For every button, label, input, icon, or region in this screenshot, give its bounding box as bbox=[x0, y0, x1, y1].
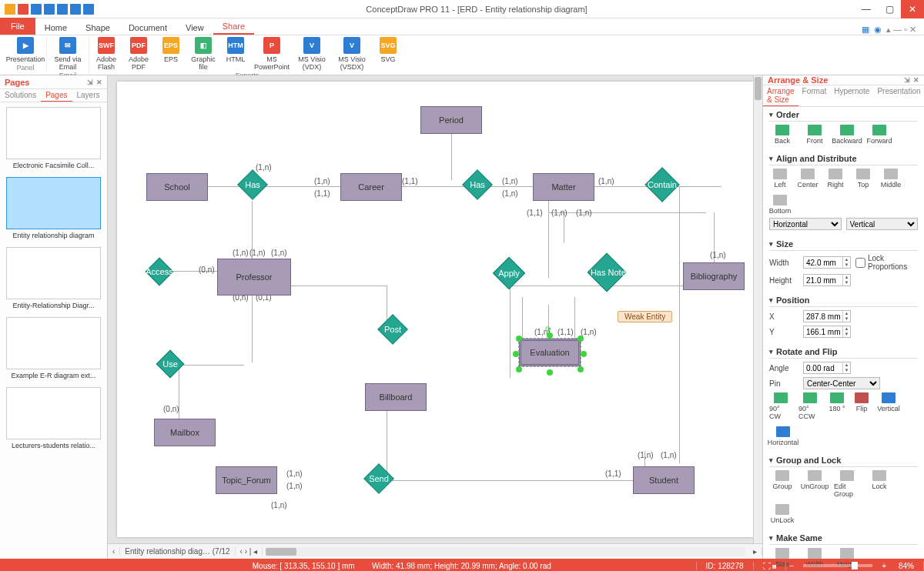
maximize-button[interactable]: ▢ bbox=[878, 0, 901, 18]
flip-vertical-button[interactable]: Vertical bbox=[877, 392, 900, 420]
pin-select[interactable]: Center-Center bbox=[803, 377, 880, 389]
resize-handle[interactable] bbox=[581, 351, 587, 357]
thumb-example-er[interactable]: Example E-R diagram ext... bbox=[6, 317, 101, 379]
resize-handle[interactable] bbox=[516, 366, 522, 372]
resize-handle[interactable] bbox=[516, 336, 522, 342]
align-center-button[interactable]: Center bbox=[797, 169, 819, 189]
tab-view[interactable]: View bbox=[176, 21, 213, 35]
status-icons[interactable]: ⛶ ▦ bbox=[754, 562, 787, 570]
entity-topic[interactable]: Topic_Forum bbox=[216, 466, 277, 494]
minimize-button[interactable]: — bbox=[855, 0, 878, 18]
resize-handle[interactable] bbox=[547, 332, 553, 339]
canvas-tab-label[interactable]: Entity relationship diag… (7/12 bbox=[120, 547, 235, 556]
entity-school[interactable]: School bbox=[146, 173, 208, 201]
entity-career[interactable]: Career bbox=[340, 173, 402, 201]
export-graphic-button[interactable]: ◧Graphic file bbox=[189, 37, 217, 71]
scroll-right-icon[interactable]: ▸ bbox=[748, 547, 762, 556]
rtab-presentation[interactable]: Presentation bbox=[873, 85, 924, 106]
export-svg-button[interactable]: SVGSVG bbox=[374, 37, 402, 71]
order-front-button[interactable]: Front bbox=[802, 125, 828, 145]
export-eps-button[interactable]: EPSEPS bbox=[157, 37, 185, 71]
thumb-lecturers-students[interactable]: Lecturers-students relatio... bbox=[6, 387, 101, 449]
export-vsdx-button[interactable]: VMS Visio (VSDX) bbox=[334, 37, 370, 71]
lock-proportions-checkbox[interactable]: Lock Proportions bbox=[855, 254, 885, 271]
align-left-button[interactable]: Left bbox=[769, 169, 791, 189]
group-button[interactable]: Group bbox=[769, 470, 795, 498]
edit-group-button[interactable]: Edit Group bbox=[834, 470, 860, 498]
export-pdf-button[interactable]: PDFAdobe PDF bbox=[125, 37, 152, 71]
resize-handle[interactable] bbox=[547, 369, 553, 376]
order-backward-button[interactable]: Backward bbox=[834, 125, 860, 145]
close-button[interactable]: ✕ bbox=[901, 0, 924, 18]
width-input[interactable]: ▲▼ bbox=[803, 256, 851, 269]
pages-tab[interactable]: Pages bbox=[41, 89, 72, 102]
new-icon[interactable] bbox=[18, 4, 28, 15]
entity-period[interactable]: Period bbox=[420, 106, 482, 134]
redo-icon[interactable] bbox=[57, 4, 68, 15]
entity-matter[interactable]: Matter bbox=[533, 173, 594, 201]
undo-icon[interactable] bbox=[44, 4, 55, 15]
open-icon[interactable] bbox=[31, 4, 42, 15]
tab-nav[interactable]: ‹ › | ◂ bbox=[236, 547, 263, 556]
presentation-button[interactable]: ▶ Presentation bbox=[8, 37, 43, 63]
help-icon[interactable]: ◉ bbox=[874, 25, 882, 35]
resize-handle[interactable] bbox=[513, 351, 519, 357]
entity-billboard[interactable]: Billboard bbox=[365, 383, 427, 411]
lock-button[interactable]: Lock bbox=[866, 470, 892, 498]
unlock-button[interactable]: UnLock bbox=[769, 504, 795, 524]
file-tab[interactable]: File bbox=[0, 18, 35, 35]
ungroup-button[interactable]: UnGroup bbox=[802, 470, 828, 498]
layers-tab[interactable]: Layers bbox=[72, 89, 105, 102]
close-panel-icon[interactable]: ✕ bbox=[96, 78, 102, 86]
resize-handle[interactable] bbox=[578, 336, 584, 342]
entity-professor[interactable]: Professor bbox=[217, 259, 291, 296]
resize-handle[interactable] bbox=[578, 366, 584, 372]
rtab-hypernote[interactable]: Hypernote bbox=[830, 85, 873, 106]
align-bottom-button[interactable]: Bottom bbox=[769, 195, 791, 215]
solutions-tab[interactable]: Solutions bbox=[0, 89, 41, 102]
flip-button[interactable]: Flip bbox=[852, 392, 871, 420]
angle-input[interactable]: ▲▼ bbox=[803, 362, 851, 374]
rotate-90cw-button[interactable]: 90° CW bbox=[769, 392, 792, 420]
export-html-button[interactable]: HTMHTML bbox=[222, 37, 249, 71]
thumb-entity-relationship[interactable]: Entity relationship diagram bbox=[6, 177, 101, 239]
distribute-vertical-select[interactable]: Vertical bbox=[846, 218, 919, 230]
export-ppt-button[interactable]: PMS PowerPoint bbox=[254, 37, 290, 71]
flip-horizontal-button[interactable]: Horizontal bbox=[769, 426, 797, 446]
tab-document[interactable]: Document bbox=[119, 21, 176, 35]
tab-home[interactable]: Home bbox=[35, 21, 76, 35]
canvas-vertical-scrollbar[interactable] bbox=[753, 75, 762, 543]
height-input[interactable]: ▲▼ bbox=[803, 274, 851, 286]
export-swf-button[interactable]: SWFAdobe Flash bbox=[92, 37, 120, 71]
pin-icon[interactable]: ⇲ bbox=[87, 78, 93, 86]
thumb-er-diagram-2[interactable]: Entity-Relationship Diagr... bbox=[6, 247, 101, 309]
entity-evaluation[interactable]: Evaluation bbox=[519, 339, 581, 366]
entity-mailbox[interactable]: Mailbox bbox=[154, 419, 216, 446]
send-email-button[interactable]: ✉ Send via Email bbox=[50, 37, 85, 71]
entity-student[interactable]: Student bbox=[633, 466, 695, 494]
close-panel-icon[interactable]: ✕ bbox=[913, 76, 919, 84]
thumb-electronic-facsimile[interactable]: Electronic Facsimile Coll... bbox=[6, 107, 101, 169]
align-right-button[interactable]: Right bbox=[825, 169, 846, 189]
collapse-ribbon-icon[interactable]: ▴ — ▫ ✕ bbox=[886, 25, 916, 35]
canvas-page[interactable]: (1,n) (1,1) (1,1) (1,n) (1,1) (1,1) (1,n… bbox=[117, 82, 753, 537]
tab-share[interactable]: Share bbox=[213, 19, 254, 35]
pos-x-input[interactable]: ▲▼ bbox=[803, 310, 851, 322]
entity-bibliography[interactable]: Bibliography bbox=[683, 262, 745, 290]
pin-icon[interactable]: ⇲ bbox=[904, 76, 910, 84]
prev-page-icon[interactable]: ‹ bbox=[108, 547, 120, 556]
print-icon[interactable] bbox=[83, 4, 94, 15]
order-back-button[interactable]: Back bbox=[769, 125, 795, 145]
canvas[interactable]: (1,n) (1,1) (1,1) (1,n) (1,1) (1,1) (1,n… bbox=[108, 75, 762, 543]
align-top-button[interactable]: Top bbox=[852, 169, 874, 189]
distribute-horizontal-select[interactable]: Horizontal bbox=[769, 218, 842, 230]
order-forward-button[interactable]: Forward bbox=[866, 125, 892, 145]
rotate-90ccw-button[interactable]: 90° CCW bbox=[798, 392, 822, 420]
rtab-format[interactable]: Format bbox=[798, 85, 831, 106]
canvas-horizontal-scrollbar[interactable] bbox=[266, 547, 745, 556]
grid-icon[interactable]: ▦ bbox=[862, 25, 869, 35]
rtab-arrange[interactable]: Arrange & Size bbox=[763, 85, 798, 106]
zoom-slider[interactable] bbox=[803, 564, 872, 567]
rotate-180-button[interactable]: 180 ° bbox=[828, 392, 846, 420]
align-middle-button[interactable]: Middle bbox=[880, 169, 902, 189]
